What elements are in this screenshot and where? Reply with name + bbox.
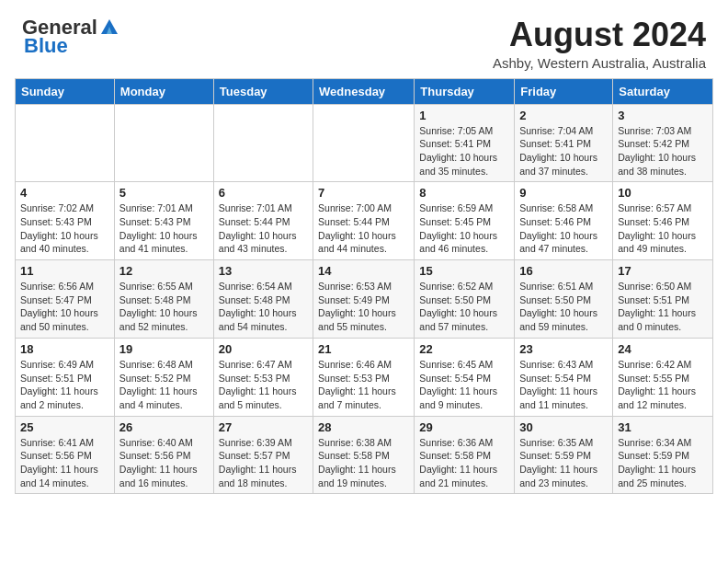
day-number: 12 (119, 264, 209, 278)
calendar-container: SundayMondayTuesdayWednesdayThursdayFrid… (0, 78, 728, 510)
main-title: August 2024 (493, 17, 706, 53)
day-info: Sunrise: 6:59 AM Sunset: 5:45 PM Dayligh… (419, 201, 509, 256)
calendar-cell: 28Sunrise: 6:38 AM Sunset: 5:58 PM Dayli… (313, 416, 415, 494)
calendar-cell: 6Sunrise: 7:01 AM Sunset: 5:44 PM Daylig… (213, 182, 313, 260)
column-header-thursday: Thursday (415, 78, 515, 104)
calendar-cell (16, 104, 115, 182)
day-number: 17 (618, 264, 708, 278)
day-number: 18 (20, 342, 109, 356)
day-number: 23 (519, 342, 608, 356)
day-number: 20 (219, 342, 308, 356)
day-number: 10 (618, 186, 708, 200)
day-info: Sunrise: 6:58 AM Sunset: 5:46 PM Dayligh… (519, 201, 608, 256)
day-number: 13 (219, 264, 308, 278)
calendar-cell: 2Sunrise: 7:04 AM Sunset: 5:41 PM Daylig… (515, 104, 613, 182)
calendar-cell: 29Sunrise: 6:36 AM Sunset: 5:58 PM Dayli… (415, 416, 515, 494)
day-info: Sunrise: 6:34 AM Sunset: 5:59 PM Dayligh… (618, 436, 708, 490)
calendar-cell: 20Sunrise: 6:47 AM Sunset: 5:53 PM Dayli… (213, 338, 313, 416)
calendar-cell (114, 104, 213, 182)
day-number: 3 (618, 109, 708, 122)
day-info: Sunrise: 7:05 AM Sunset: 5:41 PM Dayligh… (419, 124, 509, 178)
day-number: 11 (20, 264, 109, 278)
day-number: 30 (519, 420, 608, 434)
calendar-cell: 1Sunrise: 7:05 AM Sunset: 5:41 PM Daylig… (415, 104, 515, 182)
day-info: Sunrise: 6:40 AM Sunset: 5:56 PM Dayligh… (119, 436, 209, 490)
calendar-cell (213, 104, 313, 182)
day-number: 14 (318, 264, 409, 278)
day-info: Sunrise: 7:00 AM Sunset: 5:44 PM Dayligh… (318, 201, 409, 256)
day-info: Sunrise: 6:41 AM Sunset: 5:56 PM Dayligh… (20, 436, 109, 490)
day-info: Sunrise: 7:01 AM Sunset: 5:44 PM Dayligh… (219, 201, 308, 256)
calendar-cell: 12Sunrise: 6:55 AM Sunset: 5:48 PM Dayli… (114, 260, 213, 339)
day-info: Sunrise: 6:38 AM Sunset: 5:58 PM Dayligh… (318, 436, 409, 490)
day-info: Sunrise: 6:52 AM Sunset: 5:50 PM Dayligh… (419, 280, 509, 334)
calendar-cell: 14Sunrise: 6:53 AM Sunset: 5:49 PM Dayli… (313, 260, 415, 339)
day-number: 27 (219, 420, 308, 434)
calendar-cell: 11Sunrise: 6:56 AM Sunset: 5:47 PM Dayli… (16, 260, 115, 339)
day-info: Sunrise: 6:36 AM Sunset: 5:58 PM Dayligh… (419, 436, 509, 490)
calendar-cell: 30Sunrise: 6:35 AM Sunset: 5:59 PM Dayli… (515, 416, 613, 494)
day-info: Sunrise: 6:35 AM Sunset: 5:59 PM Dayligh… (519, 436, 608, 490)
day-info: Sunrise: 7:01 AM Sunset: 5:43 PM Dayligh… (119, 201, 209, 256)
day-number: 31 (618, 420, 708, 434)
day-number: 6 (219, 186, 308, 200)
calendar-cell: 9Sunrise: 6:58 AM Sunset: 5:46 PM Daylig… (515, 182, 613, 260)
calendar-cell: 3Sunrise: 7:03 AM Sunset: 5:42 PM Daylig… (613, 104, 713, 182)
calendar-cell: 15Sunrise: 6:52 AM Sunset: 5:50 PM Dayli… (415, 260, 515, 339)
calendar-cell: 25Sunrise: 6:41 AM Sunset: 5:56 PM Dayli… (16, 416, 115, 494)
calendar-cell: 17Sunrise: 6:50 AM Sunset: 5:51 PM Dayli… (613, 260, 713, 339)
calendar-cell: 8Sunrise: 6:59 AM Sunset: 5:45 PM Daylig… (415, 182, 515, 260)
calendar-cell: 18Sunrise: 6:49 AM Sunset: 5:51 PM Dayli… (16, 338, 115, 416)
day-info: Sunrise: 6:57 AM Sunset: 5:46 PM Dayligh… (618, 201, 708, 256)
calendar-cell: 5Sunrise: 7:01 AM Sunset: 5:43 PM Daylig… (114, 182, 213, 260)
calendar-cell: 24Sunrise: 6:42 AM Sunset: 5:55 PM Dayli… (613, 338, 713, 416)
day-info: Sunrise: 6:53 AM Sunset: 5:49 PM Dayligh… (318, 280, 409, 334)
day-info: Sunrise: 6:49 AM Sunset: 5:51 PM Dayligh… (20, 358, 109, 412)
calendar-cell: 4Sunrise: 7:02 AM Sunset: 5:43 PM Daylig… (16, 182, 115, 260)
day-info: Sunrise: 6:55 AM Sunset: 5:48 PM Dayligh… (119, 280, 209, 334)
page-header: General Blue August 2024 Ashby, Western … (0, 0, 728, 78)
day-info: Sunrise: 6:51 AM Sunset: 5:50 PM Dayligh… (519, 280, 608, 334)
day-info: Sunrise: 6:39 AM Sunset: 5:57 PM Dayligh… (219, 436, 308, 490)
calendar-cell: 10Sunrise: 6:57 AM Sunset: 5:46 PM Dayli… (613, 182, 713, 260)
calendar-cell: 13Sunrise: 6:54 AM Sunset: 5:48 PM Dayli… (213, 260, 313, 339)
calendar-table: SundayMondayTuesdayWednesdayThursdayFrid… (15, 78, 713, 495)
calendar-cell: 22Sunrise: 6:45 AM Sunset: 5:54 PM Dayli… (415, 338, 515, 416)
calendar-cell: 7Sunrise: 7:00 AM Sunset: 5:44 PM Daylig… (313, 182, 415, 260)
calendar-week-4: 18Sunrise: 6:49 AM Sunset: 5:51 PM Dayli… (16, 338, 713, 416)
day-info: Sunrise: 6:47 AM Sunset: 5:53 PM Dayligh… (219, 358, 308, 412)
calendar-week-2: 4Sunrise: 7:02 AM Sunset: 5:43 PM Daylig… (16, 182, 713, 260)
calendar-cell: 21Sunrise: 6:46 AM Sunset: 5:53 PM Dayli… (313, 338, 415, 416)
day-info: Sunrise: 6:50 AM Sunset: 5:51 PM Dayligh… (618, 280, 708, 334)
day-number: 16 (519, 264, 608, 278)
day-info: Sunrise: 7:02 AM Sunset: 5:43 PM Dayligh… (20, 201, 109, 256)
column-header-saturday: Saturday (613, 78, 713, 104)
calendar-week-5: 25Sunrise: 6:41 AM Sunset: 5:56 PM Dayli… (16, 416, 713, 494)
calendar-cell: 27Sunrise: 6:39 AM Sunset: 5:57 PM Dayli… (213, 416, 313, 494)
column-header-sunday: Sunday (16, 78, 115, 104)
day-info: Sunrise: 6:42 AM Sunset: 5:55 PM Dayligh… (618, 358, 708, 412)
day-number: 22 (419, 342, 509, 356)
column-header-tuesday: Tuesday (213, 78, 313, 104)
day-number: 4 (20, 186, 109, 200)
calendar-cell: 31Sunrise: 6:34 AM Sunset: 5:59 PM Dayli… (613, 416, 713, 494)
day-number: 1 (419, 109, 509, 122)
column-header-friday: Friday (515, 78, 613, 104)
day-number: 28 (318, 420, 409, 434)
calendar-cell: 16Sunrise: 6:51 AM Sunset: 5:50 PM Dayli… (515, 260, 613, 339)
day-info: Sunrise: 6:54 AM Sunset: 5:48 PM Dayligh… (219, 280, 308, 334)
calendar-cell: 23Sunrise: 6:43 AM Sunset: 5:54 PM Dayli… (515, 338, 613, 416)
day-number: 24 (618, 342, 708, 356)
calendar-cell: 19Sunrise: 6:48 AM Sunset: 5:52 PM Dayli… (114, 338, 213, 416)
day-number: 5 (119, 186, 209, 200)
day-number: 15 (419, 264, 509, 278)
calendar-week-3: 11Sunrise: 6:56 AM Sunset: 5:47 PM Dayli… (16, 260, 713, 339)
column-header-wednesday: Wednesday (313, 78, 415, 104)
day-info: Sunrise: 6:43 AM Sunset: 5:54 PM Dayligh… (519, 358, 608, 412)
day-number: 29 (419, 420, 509, 434)
subtitle: Ashby, Western Australia, Australia (493, 55, 706, 71)
calendar-header-row: SundayMondayTuesdayWednesdayThursdayFrid… (16, 78, 713, 104)
day-number: 26 (119, 420, 209, 434)
day-info: Sunrise: 6:48 AM Sunset: 5:52 PM Dayligh… (119, 358, 209, 412)
day-number: 25 (20, 420, 109, 434)
